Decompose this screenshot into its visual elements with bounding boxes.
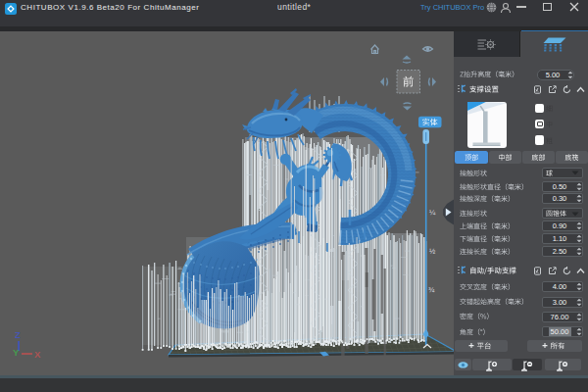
svg-text:½: ½ [429, 247, 436, 256]
svg-text:X: X [34, 349, 41, 360]
svg-text:¾: ¾ [428, 285, 435, 294]
svg-text:Z: Z [15, 329, 21, 340]
svg-text:¼: ¼ [429, 208, 436, 217]
svg-text:Y: Y [13, 347, 20, 358]
